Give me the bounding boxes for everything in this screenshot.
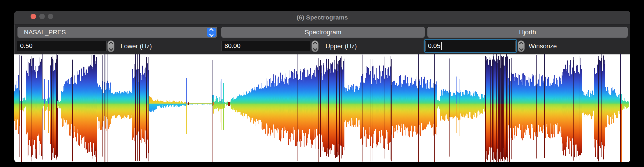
stepper-up-icon [109, 42, 113, 46]
stepper-up-icon [519, 42, 523, 46]
stepper-down-icon [313, 47, 317, 51]
lower-hz-stepper[interactable] [108, 41, 114, 52]
channel-select-value: NASAL_PRES [17, 29, 66, 36]
channel-select-dropdown[interactable]: NASAL_PRES [17, 27, 217, 38]
chevron-up-icon [209, 28, 213, 32]
winsorize-stepper[interactable] [518, 41, 524, 52]
spectrograms-window: (6) Spectrograms NASAL_PRES Spectrogram … [14, 11, 630, 162]
winsorize-label: Winsorize [529, 41, 557, 52]
window-title: (6) Spectrograms [14, 11, 630, 24]
lower-hz-label: Lower (Hz) [121, 41, 152, 52]
stepper-down-icon [519, 47, 523, 51]
lower-hz-input[interactable]: 0.50 [17, 41, 107, 51]
upper-hz-value: 80.00 [224, 42, 240, 50]
upper-hz-stepper[interactable] [312, 41, 318, 52]
chevron-down-icon [209, 32, 213, 37]
lower-hz-value: 0.50 [20, 42, 33, 50]
winsorize-value: 0.05 [428, 42, 440, 50]
waveform-canvas[interactable] [14, 54, 630, 162]
stepper-down-icon [109, 47, 113, 51]
dropdown-arrows-icon[interactable] [207, 28, 216, 37]
hjorth-tab-label: Hjorth [519, 29, 536, 36]
upper-hz-input[interactable]: 80.00 [221, 41, 310, 51]
stepper-up-icon [313, 42, 317, 46]
text-caret [441, 42, 442, 50]
spectrogram-tab-label: Spectrogram [305, 29, 342, 36]
desktop-background: (6) Spectrograms NASAL_PRES Spectrogram … [0, 0, 644, 167]
title-bar[interactable]: (6) Spectrograms [14, 11, 630, 24]
spectrogram-tab-button[interactable]: Spectrogram [221, 27, 425, 38]
upper-hz-label: Upper (Hz) [325, 41, 357, 52]
waveform-plot-area[interactable] [14, 54, 630, 162]
winsorize-input[interactable]: 0.05 [425, 41, 516, 51]
winsorize-input-focus-ring: 0.05 [424, 39, 517, 53]
hjorth-tab-button[interactable]: Hjorth [427, 27, 628, 38]
